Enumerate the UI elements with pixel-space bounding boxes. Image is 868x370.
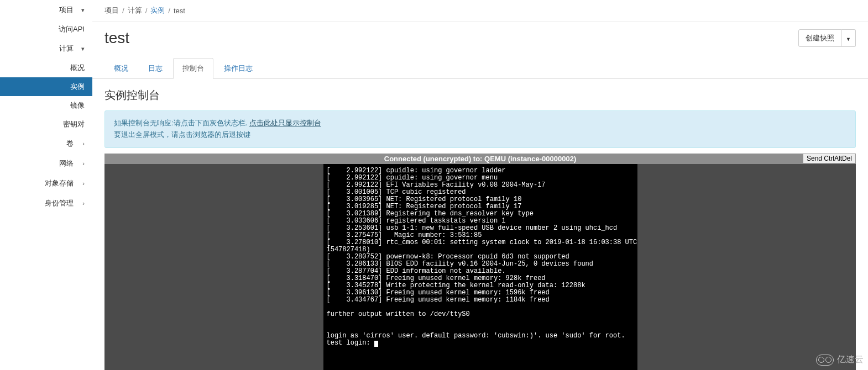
chevron-right-icon: ›	[74, 160, 85, 167]
create-snapshot-button[interactable]: 创建快照	[798, 29, 841, 47]
sidebar: 项目 ▾ 访问API 计算 ▾ 概况 实例 镜像 密钥对 卷 › 网络 › 对象…	[0, 0, 92, 370]
sidebar-item-label: 对象存储	[8, 178, 74, 188]
main-content: 项目/ 计算/ 实例/ test test 创建快照 ▼ 概况 日志 控制台 操…	[92, 0, 868, 370]
page-title: test	[104, 29, 129, 47]
console-container: Connected (unencrypted) to: QEMU (instan…	[104, 154, 856, 370]
send-ctrlaltdel-button[interactable]: Send CtrlAltDel	[803, 154, 856, 163]
watermark-text: 亿速云	[837, 354, 864, 366]
breadcrumb-item: test	[174, 7, 185, 15]
section-title: 实例控制台	[92, 79, 868, 108]
sidebar-item-label: 身份管理	[8, 198, 74, 208]
sidebar-item-label: 计算	[8, 44, 74, 54]
sidebar-item-label: 网络	[8, 158, 74, 168]
tab-bar: 概况 日志 控制台 操作日志	[92, 50, 868, 79]
breadcrumb-sep: /	[145, 7, 148, 15]
chevron-right-icon: ›	[74, 180, 85, 187]
tab-action-log[interactable]: 操作日志	[215, 58, 262, 78]
console-body: [ 2.992122] cpuidle: using governor ladd…	[104, 164, 856, 370]
breadcrumb-item: 项目	[104, 6, 119, 15]
show-console-only-link[interactable]: 点击此处只显示控制台	[249, 119, 321, 127]
breadcrumb-sep: /	[122, 7, 124, 15]
terminal-output[interactable]: [ 2.992122] cpuidle: using governor ladd…	[323, 164, 637, 370]
tab-overview[interactable]: 概况	[104, 58, 138, 78]
sidebar-item-label: 项目	[8, 5, 74, 15]
sidebar-item-keypairs[interactable]: 密钥对	[0, 115, 92, 134]
sidebar-item-instances[interactable]: 实例	[0, 77, 92, 96]
action-button-group: 创建快照 ▼	[798, 29, 856, 47]
chevron-right-icon: ›	[74, 140, 85, 147]
alert-text: 要退出全屏模式，请点击浏览器的后退按键	[114, 130, 250, 139]
console-status-bar[interactable]: Connected (unencrypted) to: QEMU (instan…	[104, 154, 856, 164]
action-dropdown-toggle[interactable]: ▼	[841, 29, 856, 47]
tab-console[interactable]: 控制台	[173, 58, 213, 79]
sidebar-item-label: 卷	[8, 139, 74, 149]
sidebar-item-api[interactable]: 访问API	[0, 20, 92, 39]
breadcrumb-link[interactable]: 实例	[150, 6, 165, 15]
alert-text: 如果控制台无响应:请点击下面灰色状态栏.	[114, 119, 247, 127]
cloud-icon	[816, 355, 834, 366]
caret-down-icon: ▼	[846, 36, 851, 42]
sidebar-item-identity[interactable]: 身份管理 ›	[0, 193, 92, 213]
watermark: 亿速云	[816, 354, 864, 366]
sidebar-item-object-storage[interactable]: 对象存储 ›	[0, 173, 92, 193]
breadcrumb-item: 计算	[128, 6, 142, 15]
info-alert: 如果控制台无响应:请点击下面灰色状态栏. 点击此处只显示控制台 要退出全屏模式，…	[104, 110, 856, 148]
tab-log[interactable]: 日志	[139, 58, 172, 78]
sidebar-item-images[interactable]: 镜像	[0, 96, 92, 115]
breadcrumb: 项目/ 计算/ 实例/ test	[92, 0, 868, 22]
breadcrumb-sep: /	[168, 7, 170, 15]
sidebar-item-overview[interactable]: 概况	[0, 59, 92, 77]
chevron-down-icon: ▾	[74, 45, 85, 52]
chevron-right-icon: ›	[74, 200, 85, 207]
sidebar-item-project[interactable]: 项目 ▾	[0, 0, 92, 20]
chevron-down-icon: ▾	[74, 7, 85, 14]
sidebar-item-volumes[interactable]: 卷 ›	[0, 134, 92, 154]
sidebar-item-network[interactable]: 网络 ›	[0, 154, 92, 173]
sidebar-item-compute[interactable]: 计算 ▾	[0, 39, 92, 59]
